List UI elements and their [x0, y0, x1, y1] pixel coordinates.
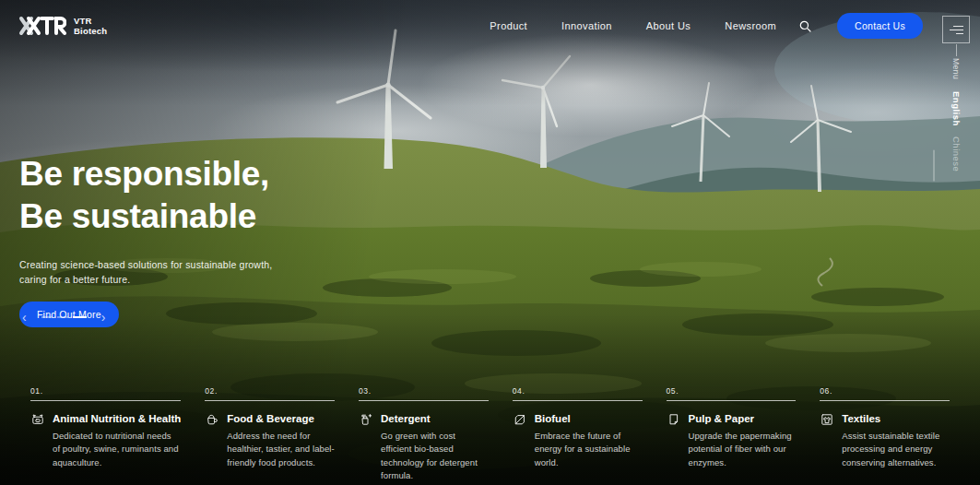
carousel-indicators — [41, 316, 87, 318]
brand-name-bottom: Biotech — [74, 26, 107, 36]
hero-subtitle: Creating science-based solutions for sus… — [19, 257, 272, 288]
brand-logo[interactable]: VTR Biotech — [18, 16, 107, 37]
card-number: 04. — [513, 386, 643, 396]
card-number: 01. — [30, 386, 181, 396]
card-detergent[interactable]: 03. Detergent Go green with cost efficie… — [359, 386, 489, 482]
card-description: Address the need for healthier, tastier,… — [227, 430, 335, 469]
card-food-beverage[interactable]: 02. Food & Beverage Address the need for… — [205, 386, 335, 482]
detergent-bottle-icon — [359, 412, 373, 427]
brand-name-top: VTR — [74, 16, 107, 26]
card-title: Food & Beverage — [227, 413, 335, 424]
nav-item-newsroom[interactable]: Newsroom — [725, 20, 776, 31]
language-english[interactable]: English — [951, 91, 962, 126]
card-description: Embrace the future of energy for a susta… — [535, 430, 643, 469]
card-biofuel[interactable]: 04. Biofuel Embrace the future of energy… — [513, 386, 643, 482]
language-chinese[interactable]: Chinese — [951, 136, 962, 172]
card-divider — [359, 400, 489, 401]
side-rail: Menu English Chinese — [941, 16, 971, 172]
paper-icon — [667, 412, 681, 427]
card-title: Animal Nutrition & Health — [53, 413, 181, 424]
pig-icon — [30, 412, 45, 427]
card-title: Textiles — [842, 413, 950, 424]
card-title: Pulp & Paper — [689, 413, 797, 424]
card-divider — [30, 400, 181, 401]
hero-title-line1: Be responsible, — [19, 155, 269, 193]
fuel-can-icon — [513, 412, 527, 427]
hero-title: Be responsible, Be sustainable — [19, 153, 272, 238]
landing-page: VTR Biotech Product Innovation About Us … — [0, 0, 980, 485]
shirt-icon — [820, 412, 834, 427]
category-cards: 01. Animal Nutrition & Health Dedicated … — [30, 386, 950, 482]
card-number: 06. — [820, 386, 950, 396]
card-divider — [667, 400, 797, 401]
card-number: 05. — [667, 386, 797, 396]
card-description: Assist sustainable textile processing an… — [842, 430, 950, 469]
card-description: Dedicated to nutritional needs of poultr… — [53, 430, 181, 469]
card-number: 02. — [205, 386, 335, 396]
nav-item-product[interactable]: Product — [490, 20, 527, 31]
carousel-indicator-3-active[interactable] — [73, 316, 87, 318]
card-number: 03. — [359, 386, 489, 396]
card-divider — [513, 400, 643, 401]
carousel-indicator-2[interactable] — [57, 316, 68, 318]
hero-subtitle-line2: caring for a better future. — [19, 274, 130, 285]
menu-label[interactable]: Menu — [951, 58, 961, 79]
search-icon[interactable] — [799, 20, 811, 32]
nav-item-innovation[interactable]: Innovation — [561, 20, 612, 31]
hero-copy: Be responsible, Be sustainable Creating … — [19, 153, 272, 327]
card-title: Detergent — [381, 413, 489, 424]
contact-us-button[interactable]: Contact Us — [837, 13, 923, 39]
main-nav: Product Innovation About Us Newsroom — [490, 20, 776, 31]
nav-item-about-us[interactable]: About Us — [646, 20, 691, 31]
brand-name: VTR Biotech — [74, 16, 107, 37]
carousel-controls: ‹ › — [18, 309, 109, 325]
carousel-prev-icon[interactable]: ‹ — [18, 309, 30, 325]
rail-divider — [956, 44, 957, 56]
hero-subtitle-line1: Creating science-based solutions for sus… — [19, 259, 272, 270]
card-description: Go green with cost efficient bio-based t… — [381, 430, 489, 482]
header: VTR Biotech Product Innovation About Us … — [0, 0, 980, 39]
hero-title-line2: Be sustainable — [19, 197, 256, 235]
vtr-logo-icon — [18, 16, 66, 36]
card-textiles[interactable]: 06. Textiles Assist sustainable textile … — [820, 386, 950, 482]
carousel-next-icon[interactable]: › — [98, 309, 110, 325]
carousel-indicator-1[interactable] — [41, 316, 53, 318]
card-pulp-paper[interactable]: 05. Pulp & Paper Upgrade the papermaking… — [667, 386, 797, 482]
card-divider — [820, 400, 950, 401]
card-animal-nutrition[interactable]: 01. Animal Nutrition & Health Dedicated … — [30, 386, 181, 482]
card-title: Biofuel — [535, 413, 643, 424]
mug-icon — [205, 412, 219, 427]
card-description: Upgrade the papermaking potential of fib… — [689, 430, 797, 469]
hamburger-menu-icon[interactable] — [942, 16, 970, 43]
card-divider — [205, 400, 335, 401]
